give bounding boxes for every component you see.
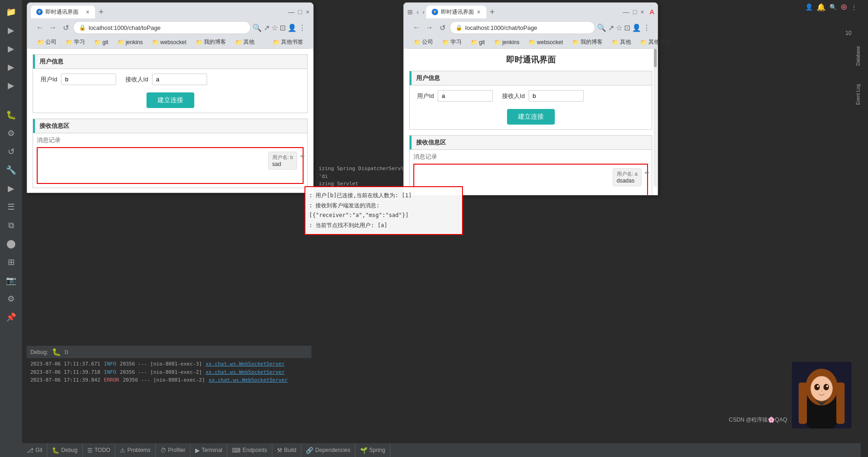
address-bar-2[interactable]: 🔒 localhost:1000/chat/toPage <box>450 21 595 34</box>
share-icon-1[interactable]: ↗ <box>264 23 270 32</box>
sidebar-icon-settings[interactable]: ⚙ <box>2 125 20 142</box>
toolbar-git[interactable]: ⎇ Git <box>22 443 47 457</box>
connect-btn-1[interactable]: 建立连接 <box>147 92 194 108</box>
bookmark-study-1[interactable]: 📁 学习 <box>63 37 88 47</box>
bookmark-git-2[interactable]: 📁 git <box>468 38 488 46</box>
scroll-thumb-2[interactable] <box>654 49 657 67</box>
bookmark-websocket-2[interactable]: 📁 websocket <box>526 38 566 46</box>
connect-btn-2[interactable]: 建立连接 <box>507 109 555 125</box>
browser-tab-2[interactable]: ⚡ 即时通讯界面 × <box>426 6 486 18</box>
expand-btn-2[interactable]: ⊞ <box>407 8 413 16</box>
sidebar-icon-list[interactable]: ☰ <box>2 199 20 215</box>
minimize-btn-2[interactable]: — <box>623 8 629 16</box>
ide-more-icon[interactable]: ⋮ <box>851 4 857 11</box>
forward-btn-2[interactable]: → <box>424 22 435 33</box>
new-tab-btn-1[interactable]: + <box>97 7 106 17</box>
edit-icon-2[interactable]: ✏ <box>645 170 649 176</box>
bookmark-otherlibrary-2[interactable]: 📁 其他书签 <box>637 37 673 47</box>
menu-icon-1[interactable]: ⋮ <box>299 23 306 32</box>
bookmark-company-1[interactable]: 📁 公司 <box>34 37 59 47</box>
user-id-input-2[interactable] <box>438 90 493 102</box>
right-label-database[interactable]: Database <box>856 46 861 66</box>
minimize-btn-1[interactable]: — <box>288 8 294 16</box>
forward-btn-1[interactable]: → <box>47 22 58 33</box>
log-class-3[interactable]: xx.chat.ws.WebSocketServer <box>209 376 287 384</box>
sidebar-icon-wrench[interactable]: 🔧 <box>2 162 20 178</box>
bookmark-icon-1[interactable]: ☆ <box>271 23 278 32</box>
tab-close-2[interactable]: × <box>477 8 480 16</box>
sidebar-icon-circle[interactable]: ⬤ <box>2 235 20 252</box>
back-btn-2[interactable]: ← <box>411 22 422 33</box>
sidebar-icon-layers[interactable]: ⧉ <box>2 217 20 234</box>
menu-icon-2[interactable]: ⋮ <box>643 23 650 32</box>
sidebar-icon-project[interactable]: 📁 <box>2 4 20 20</box>
sidebar-icon-refresh[interactable]: ↺ <box>2 143 20 160</box>
share-icon-2[interactable]: ↗ <box>608 23 614 32</box>
bookmark-jenkins-1[interactable]: 📁 jenkins <box>115 38 146 46</box>
ide-notification-icon[interactable]: 🔔 <box>817 3 826 11</box>
debug-icon[interactable]: 🐛 <box>52 348 61 356</box>
bookmark-blog-2[interactable]: 📁 我的博客 <box>569 37 605 47</box>
toolbar-debug[interactable]: 🐛 Debug <box>47 443 82 457</box>
bookmark-other-1[interactable]: 📁 其他 <box>232 37 257 47</box>
sidebar-icon-arrow4[interactable]: ▶ <box>2 77 20 94</box>
bookmark-jenkins-2[interactable]: 📁 jenkins <box>491 38 522 46</box>
toolbar-terminal[interactable]: ▶ Terminal <box>191 443 227 457</box>
tablet-icon-2[interactable]: ⊡ <box>624 23 630 32</box>
bookmark-other-2[interactable]: 📁 其他 <box>609 37 634 47</box>
receiver-input-1[interactable] <box>152 74 207 85</box>
tab-close-1[interactable]: × <box>86 8 90 16</box>
browser-tab-1[interactable]: ⚡ 即时通讯界面 × <box>31 6 95 18</box>
sidebar-icon-play[interactable]: ▶ <box>2 180 20 197</box>
close-btn-1[interactable]: × <box>306 8 310 16</box>
user-icon-2[interactable]: 👤 <box>632 23 641 32</box>
sidebar-icon-layers2[interactable]: ⊞ <box>2 254 20 270</box>
toolbar-endpoints[interactable]: ⌨ Endpoints <box>227 443 272 457</box>
bookmark-company-2[interactable]: 📁 公司 <box>411 37 436 47</box>
maximize-btn-1[interactable]: □ <box>298 8 302 16</box>
reload-btn-2[interactable]: ↺ <box>437 22 448 33</box>
sidebar-icon-camera[interactable]: 📷 <box>2 272 20 289</box>
scrollbar-2[interactable] <box>654 49 657 187</box>
sidebar-icon-gear[interactable]: ⚙ <box>2 291 20 307</box>
translate-btn-2[interactable]: A <box>650 8 654 16</box>
next-tab-btn-2[interactable]: › <box>423 8 425 16</box>
sidebar-icon-pin[interactable]: 📌 <box>2 309 20 326</box>
right-label-eventlog[interactable]: Event Log <box>856 84 861 105</box>
back-btn-1[interactable]: ← <box>34 22 45 33</box>
bookmark-git-1[interactable]: 📁 git <box>91 38 111 46</box>
toolbar-spring[interactable]: 🌱 Spring <box>355 443 390 457</box>
search-icon-2[interactable]: 🔍 <box>597 23 606 32</box>
sidebar-icon-arrow1[interactable]: ▶ <box>2 22 20 39</box>
receiver-input-2[interactable] <box>529 90 584 102</box>
edit-icon-1[interactable]: ✏ <box>300 153 305 160</box>
user-id-input-1[interactable] <box>61 74 116 85</box>
bookmark-study-2[interactable]: 📁 学习 <box>440 37 464 47</box>
bookmark-icon-2[interactable]: ☆ <box>616 23 622 32</box>
log-class-2[interactable]: xx.chat.ws.WebSocketServer <box>206 368 285 377</box>
sidebar-icon-arrow3[interactable]: ▶ <box>2 59 20 75</box>
log-class-1[interactable]: xx.chat.ws.WebSocketServer <box>206 360 285 368</box>
ide-plus-icon[interactable]: ⊕ <box>840 2 847 12</box>
reload-btn-1[interactable]: ↺ <box>60 22 71 33</box>
new-tab-btn-2[interactable]: + <box>488 7 497 17</box>
address-bar-1[interactable]: 🔒 localhost:1000/chat/toPage <box>73 21 251 34</box>
prev-tab-btn-2[interactable]: ‹ <box>417 8 419 16</box>
toolbar-dependencies[interactable]: 🔗 Dependencies <box>301 443 355 457</box>
ide-search-icon[interactable]: 🔍 <box>829 4 837 11</box>
ide-user-icon[interactable]: 👤 <box>805 3 813 11</box>
bookmark-websocket-1[interactable]: 📁 websocket <box>149 38 189 46</box>
user-icon-1[interactable]: 👤 <box>287 23 297 32</box>
bookmark-blog-1[interactable]: 📁 我的博客 <box>193 37 229 47</box>
toolbar-profiler[interactable]: ⏱ Profiler <box>156 443 191 457</box>
tablet-icon-1[interactable]: ⊡ <box>280 23 286 32</box>
toolbar-build[interactable]: ⚒ Build <box>272 443 302 457</box>
maximize-btn-2[interactable]: □ <box>633 8 637 16</box>
toolbar-problems[interactable]: ⚠ Problems <box>115 443 156 457</box>
sidebar-icon-arrow2[interactable]: ▶ <box>2 40 20 57</box>
search-icon-1[interactable]: 🔍 <box>253 23 262 32</box>
toolbar-todo[interactable]: ☰ TODO <box>83 443 115 457</box>
close-btn-2[interactable]: × <box>640 8 644 16</box>
sidebar-icon-debug[interactable]: 🐛 <box>2 107 20 123</box>
bookmark-otherlibrary-1[interactable]: 📁 其他书签 <box>270 37 306 47</box>
